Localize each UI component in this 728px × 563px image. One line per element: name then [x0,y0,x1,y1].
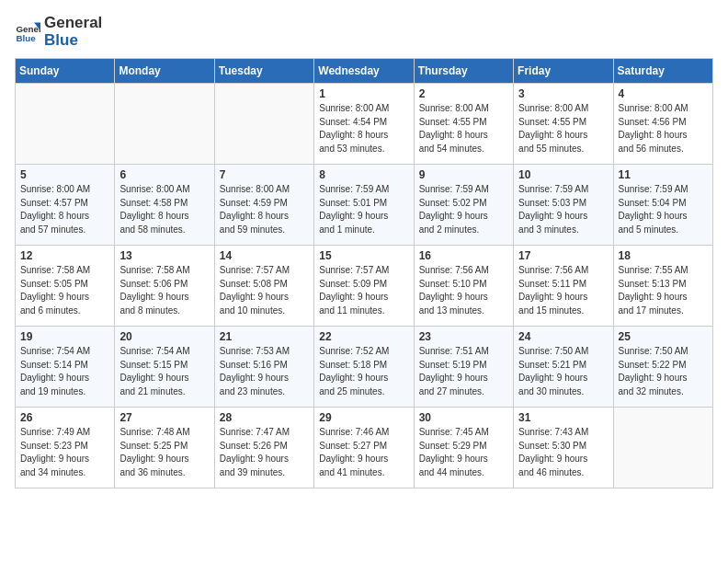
day-cell: 29Sunrise: 7:46 AM Sunset: 5:27 PM Dayli… [314,408,414,488]
day-cell: 25Sunrise: 7:50 AM Sunset: 5:22 PM Dayli… [613,327,712,408]
day-info: Sunrise: 7:58 AM Sunset: 5:05 PM Dayligh… [20,264,109,317]
day-info: Sunrise: 7:43 AM Sunset: 5:30 PM Dayligh… [518,426,608,479]
day-number: 26 [20,411,109,424]
day-number: 1 [319,87,408,100]
day-number: 19 [20,330,109,343]
day-info: Sunrise: 8:00 AM Sunset: 4:59 PM Dayligh… [220,183,309,236]
day-number: 17 [518,249,608,262]
day-number: 5 [20,168,109,181]
day-info: Sunrise: 7:52 AM Sunset: 5:18 PM Dayligh… [319,345,408,398]
day-number: 30 [419,411,508,424]
day-cell: 16Sunrise: 7:56 AM Sunset: 5:10 PM Dayli… [414,246,513,327]
day-cell: 7Sunrise: 8:00 AM Sunset: 4:59 PM Daylig… [214,165,313,246]
day-number: 25 [619,330,708,343]
day-cell: 23Sunrise: 7:51 AM Sunset: 5:19 PM Dayli… [414,327,513,408]
day-cell: 30Sunrise: 7:45 AM Sunset: 5:29 PM Dayli… [414,408,513,488]
day-number: 4 [619,87,708,100]
day-info: Sunrise: 7:50 AM Sunset: 5:21 PM Dayligh… [518,345,608,398]
header-thursday: Thursday [414,59,513,84]
day-info: Sunrise: 7:49 AM Sunset: 5:23 PM Dayligh… [20,426,109,479]
day-info: Sunrise: 7:53 AM Sunset: 5:16 PM Dayligh… [220,345,309,398]
logo-blue: Blue [44,32,102,50]
day-number: 31 [518,411,608,424]
day-cell: 9Sunrise: 7:59 AM Sunset: 5:02 PM Daylig… [414,165,513,246]
day-number: 12 [20,249,109,262]
day-number: 9 [419,168,508,181]
day-info: Sunrise: 8:00 AM Sunset: 4:57 PM Dayligh… [20,183,109,236]
day-number: 14 [220,249,309,262]
day-cell: 6Sunrise: 8:00 AM Sunset: 4:58 PM Daylig… [115,165,214,246]
day-info: Sunrise: 7:58 AM Sunset: 5:06 PM Dayligh… [119,264,209,317]
day-cell: 11Sunrise: 7:59 AM Sunset: 5:04 PM Dayli… [613,165,712,246]
day-cell: 21Sunrise: 7:53 AM Sunset: 5:16 PM Dayli… [214,327,313,408]
day-cell: 26Sunrise: 7:49 AM Sunset: 5:23 PM Dayli… [16,408,115,488]
header-sunday: Sunday [16,59,115,84]
day-cell: 24Sunrise: 7:50 AM Sunset: 5:21 PM Dayli… [514,327,613,408]
day-info: Sunrise: 7:47 AM Sunset: 5:26 PM Dayligh… [220,426,309,479]
svg-text:Blue: Blue [16,32,36,42]
day-cell: 10Sunrise: 7:59 AM Sunset: 5:03 PM Dayli… [514,165,613,246]
day-cell: 1Sunrise: 8:00 AM Sunset: 4:54 PM Daylig… [314,84,414,165]
day-number: 21 [220,330,309,343]
day-info: Sunrise: 7:45 AM Sunset: 5:29 PM Dayligh… [419,426,508,479]
logo-icon: General Blue [15,19,40,45]
day-number: 8 [319,168,408,181]
day-number: 28 [220,411,309,424]
week-row-5: 26Sunrise: 7:49 AM Sunset: 5:23 PM Dayli… [16,408,713,488]
day-cell: 3Sunrise: 8:00 AM Sunset: 4:55 PM Daylig… [514,84,613,165]
day-cell: 12Sunrise: 7:58 AM Sunset: 5:05 PM Dayli… [16,246,115,327]
logo-general: General [44,15,102,32]
week-row-2: 5Sunrise: 8:00 AM Sunset: 4:57 PM Daylig… [16,165,713,246]
day-cell: 17Sunrise: 7:56 AM Sunset: 5:11 PM Dayli… [514,246,613,327]
day-number: 13 [119,249,209,262]
day-number: 16 [419,249,508,262]
logo: General Blue General Blue [15,15,102,49]
day-cell: 27Sunrise: 7:48 AM Sunset: 5:25 PM Dayli… [115,408,214,488]
day-cell: 14Sunrise: 7:57 AM Sunset: 5:08 PM Dayli… [214,246,313,327]
day-info: Sunrise: 7:57 AM Sunset: 5:08 PM Dayligh… [220,264,309,317]
day-info: Sunrise: 7:56 AM Sunset: 5:10 PM Dayligh… [419,264,508,317]
day-cell [214,84,313,165]
header-tuesday: Tuesday [214,59,313,84]
day-info: Sunrise: 7:51 AM Sunset: 5:19 PM Dayligh… [419,345,508,398]
day-info: Sunrise: 8:00 AM Sunset: 4:54 PM Dayligh… [319,102,408,155]
day-cell: 8Sunrise: 7:59 AM Sunset: 5:01 PM Daylig… [314,165,414,246]
day-cell: 22Sunrise: 7:52 AM Sunset: 5:18 PM Dayli… [314,327,414,408]
day-cell: 31Sunrise: 7:43 AM Sunset: 5:30 PM Dayli… [514,408,613,488]
day-number: 3 [518,87,608,100]
day-number: 15 [319,249,408,262]
week-row-4: 19Sunrise: 7:54 AM Sunset: 5:14 PM Dayli… [16,327,713,408]
day-info: Sunrise: 7:59 AM Sunset: 5:04 PM Dayligh… [619,183,708,236]
day-info: Sunrise: 8:00 AM Sunset: 4:56 PM Dayligh… [619,102,708,155]
day-info: Sunrise: 7:59 AM Sunset: 5:02 PM Dayligh… [419,183,508,236]
day-number: 27 [119,411,209,424]
header-wednesday: Wednesday [314,59,414,84]
day-number: 6 [119,168,209,181]
day-info: Sunrise: 7:57 AM Sunset: 5:09 PM Dayligh… [319,264,408,317]
header-row: SundayMondayTuesdayWednesdayThursdayFrid… [16,59,713,84]
day-info: Sunrise: 8:00 AM Sunset: 4:55 PM Dayligh… [518,102,608,155]
day-info: Sunrise: 8:00 AM Sunset: 4:58 PM Dayligh… [119,183,209,236]
day-cell: 13Sunrise: 7:58 AM Sunset: 5:06 PM Dayli… [115,246,214,327]
day-cell: 28Sunrise: 7:47 AM Sunset: 5:26 PM Dayli… [214,408,313,488]
day-info: Sunrise: 7:46 AM Sunset: 5:27 PM Dayligh… [319,426,408,479]
day-cell: 18Sunrise: 7:55 AM Sunset: 5:13 PM Dayli… [613,246,712,327]
day-cell: 20Sunrise: 7:54 AM Sunset: 5:15 PM Dayli… [115,327,214,408]
day-number: 11 [619,168,708,181]
day-cell: 5Sunrise: 8:00 AM Sunset: 4:57 PM Daylig… [16,165,115,246]
week-row-3: 12Sunrise: 7:58 AM Sunset: 5:05 PM Dayli… [16,246,713,327]
day-number: 22 [319,330,408,343]
day-info: Sunrise: 7:48 AM Sunset: 5:25 PM Dayligh… [119,426,209,479]
day-number: 24 [518,330,608,343]
day-cell: 4Sunrise: 8:00 AM Sunset: 4:56 PM Daylig… [613,84,712,165]
day-number: 20 [119,330,209,343]
page-header: General Blue General Blue [15,15,713,49]
day-info: Sunrise: 7:54 AM Sunset: 5:15 PM Dayligh… [119,345,209,398]
day-cell [115,84,214,165]
day-info: Sunrise: 7:59 AM Sunset: 5:01 PM Dayligh… [319,183,408,236]
day-info: Sunrise: 8:00 AM Sunset: 4:55 PM Dayligh… [419,102,508,155]
day-number: 10 [518,168,608,181]
day-cell: 2Sunrise: 8:00 AM Sunset: 4:55 PM Daylig… [414,84,513,165]
header-monday: Monday [115,59,214,84]
day-number: 7 [220,168,309,181]
